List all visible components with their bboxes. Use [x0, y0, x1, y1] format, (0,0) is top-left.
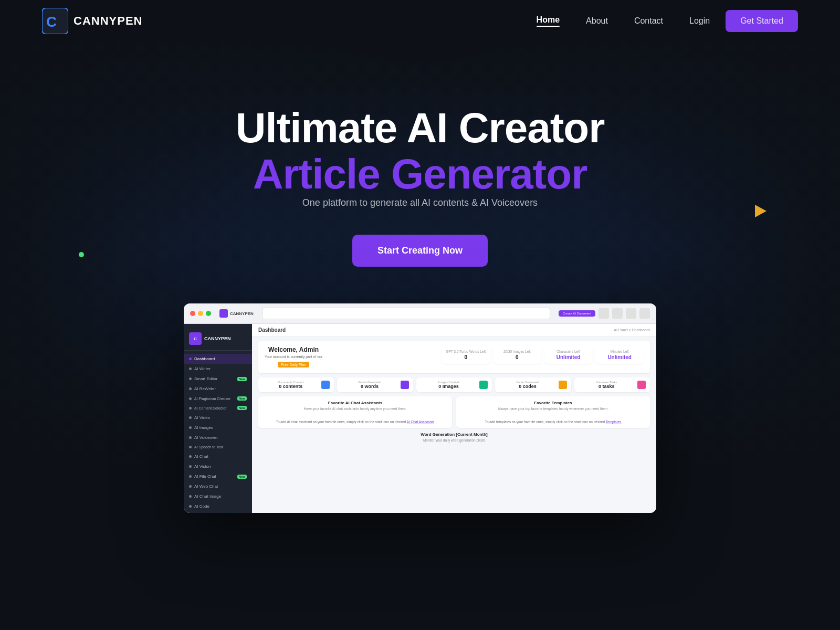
templates-link[interactable]: Templates	[606, 420, 622, 424]
metric-words: Words Generated 0 words	[337, 377, 413, 392]
sidebar-dot	[189, 426, 192, 429]
nav-login[interactable]: Login	[689, 16, 710, 25]
welcome-subtitle: Your account is currently part of our	[265, 355, 322, 359]
nav-right: Home About Contact Login Get Started	[537, 10, 798, 32]
stat-label: 20/30 Images Left	[497, 350, 537, 353]
dashboard-body: C CANNYPEN Dashboard AI Writer Sm	[184, 324, 656, 513]
browser-action-3	[626, 308, 636, 319]
stat-value: 0	[446, 354, 486, 360]
metric-value: 0 words	[341, 384, 397, 389]
sidebar-item-voiceover[interactable]: AI Voiceover	[184, 433, 252, 443]
dashboard-topbar: Dashboard AI Panel > Dashboard	[252, 324, 656, 337]
nav-about[interactable]: About	[586, 16, 608, 25]
play-triangle-icon	[755, 205, 766, 217]
sidebar-item-video[interactable]: AI Video	[184, 413, 252, 423]
browser-action-2	[612, 308, 623, 319]
sidebar-item-ai-writer[interactable]: AI Writer	[184, 364, 252, 374]
sidebar-dot	[189, 446, 192, 448]
metric-left: Documents Created 0 contents	[262, 381, 319, 389]
hero-section: Ultimate AI Creator Article Generator On…	[0, 42, 840, 513]
sidebar-item-chat-image[interactable]: AI Chat Image	[184, 491, 252, 501]
dash-logo-area: C CANNYPEN	[184, 329, 252, 351]
stat-label: GPT 3.5 Turbo Words Left	[446, 350, 486, 353]
dashboard-screenshot: CANNYPEN Create AI Document C	[184, 303, 656, 513]
start-creating-button[interactable]: Start Creating Now	[352, 235, 488, 267]
sidebar-dot	[189, 495, 192, 498]
sidebar-dot	[189, 475, 192, 478]
sidebar-item-web-chat[interactable]: AI Web Chat	[184, 481, 252, 491]
hero-subtitle: One platform to generate all AI contents…	[302, 197, 538, 208]
sidebar-item-code[interactable]: AI Code	[184, 501, 252, 511]
sidebar-dot	[189, 397, 192, 400]
nav-home[interactable]: Home	[537, 15, 560, 27]
sidebar-dot	[189, 465, 192, 468]
stat-value: 0	[497, 354, 537, 360]
breadcrumb: AI Panel > Dashboard	[614, 328, 650, 332]
welcome-card: Welcome, Admin Your account is currently…	[258, 341, 650, 373]
metric-icon	[479, 381, 488, 389]
sidebar-dot	[189, 436, 192, 439]
browser-search-bar	[262, 308, 550, 319]
sidebar-item-images[interactable]: AI Images	[184, 423, 252, 433]
svg-text:C: C	[46, 14, 57, 30]
sidebar-dot	[189, 377, 192, 380]
green-dot-decoration	[79, 252, 84, 257]
navbar: C CANNYPEN Home About Contact Login Get …	[0, 0, 840, 42]
sidebar-item-smart-editor[interactable]: Smart Editor New	[184, 374, 252, 384]
stat-value: Unlimited	[549, 354, 589, 360]
nav-links: Home About Contact Login	[537, 15, 710, 27]
logo-link[interactable]: C CANNYPEN	[42, 8, 142, 34]
metric-left: Codes Generated 0 codes	[499, 381, 555, 389]
sidebar-item-dashboard[interactable]: Dashboard	[184, 354, 252, 364]
browser-chrome: CANNYPEN Create AI Document	[184, 303, 656, 324]
sidebar-item-content-detector[interactable]: AI Content Detector New	[184, 403, 252, 413]
browser-dot-green	[206, 311, 211, 316]
sidebar-item-chat[interactable]: AI Chat	[184, 452, 252, 461]
word-gen-section: Word Generation [Current Month] Monitor …	[258, 432, 650, 442]
chat-assistants-link[interactable]: AI Chat Assistants	[407, 420, 435, 424]
sidebar-dot	[189, 505, 192, 508]
welcome-right: GPT 3.5 Turbo Words Left 0 20/30 Images …	[442, 346, 644, 368]
browser-dot-yellow	[198, 311, 203, 316]
sidebar-item-file-chat[interactable]: AI File Chat New	[184, 471, 252, 481]
card-title: Favorite AI Chat Assistants	[264, 401, 447, 405]
stat-chars: Characters Left Unlimited	[544, 346, 593, 364]
metric-voiceover: Voiceover Tasks 0 tasks	[574, 377, 650, 392]
favorite-assistants-card: Favorite AI Chat Assistants Have your fa…	[258, 396, 452, 428]
sidebar-item-brand-voice[interactable]: Brand Voice New	[184, 511, 252, 513]
dash-logo-text: CANNYPEN	[204, 336, 231, 341]
sidebar-dot	[189, 485, 192, 488]
sidebar-dot	[189, 455, 192, 458]
stats-row: GPT 3.5 Turbo Words Left 0 20/30 Images …	[442, 346, 644, 364]
get-started-button[interactable]: Get Started	[726, 10, 798, 32]
dashboard-sidebar: C CANNYPEN Dashboard AI Writer Sm	[184, 324, 252, 513]
nav-contact[interactable]: Contact	[634, 16, 663, 25]
sidebar-item-speech[interactable]: AI Speech to Text	[184, 443, 252, 452]
card-title: Favorite Templates	[461, 401, 645, 405]
stat-words: GPT 3.5 Turbo Words Left 0	[442, 346, 490, 364]
metric-documents: Documents Created 0 contents	[258, 377, 334, 392]
sidebar-item-vision[interactable]: AI Vision	[184, 461, 252, 471]
card-subtitle: Have your favorite AI chat assistants ha…	[264, 407, 447, 411]
stat-minutes: Minutes Left Unlimited	[595, 346, 644, 364]
hero-title-line1: Ultimate AI Creator Article Generator	[236, 105, 605, 197]
sidebar-item-plagiarism[interactable]: AI Plagiarism Checker New	[184, 394, 252, 403]
metric-icon	[559, 381, 567, 389]
browser-action-4	[639, 308, 650, 319]
favorite-templates-card: Favorite Templates Always have your top …	[456, 396, 650, 428]
metric-icon	[401, 381, 409, 389]
metric-left: Words Generated 0 words	[341, 381, 397, 389]
metric-left: Images Created 0 Images	[421, 381, 477, 389]
sidebar-dot	[189, 387, 192, 390]
metric-value: 0 contents	[262, 384, 319, 389]
word-gen-subtitle: Monitor your daily word generation pixel…	[258, 438, 650, 442]
browser-action-icons: Create AI Document	[559, 308, 650, 319]
sidebar-dot	[189, 407, 192, 410]
sidebar-item-rewriter[interactable]: AI ReWriter	[184, 384, 252, 394]
stat-value: Unlimited	[600, 354, 639, 360]
word-gen-title: Word Generation [Current Month]	[258, 432, 650, 437]
create-doc-button[interactable]: Create AI Document	[559, 310, 595, 317]
metric-icon	[321, 381, 330, 389]
metric-left: Voiceover Tasks 0 tasks	[579, 381, 635, 389]
stat-images: 20/30 Images Left 0	[493, 346, 541, 364]
